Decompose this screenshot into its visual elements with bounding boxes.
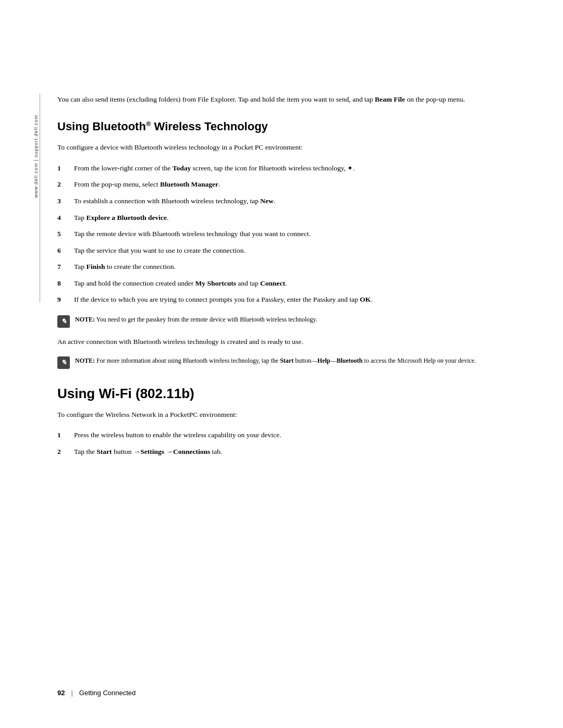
step-content-3: To establish a connection with Bluetooth… <box>74 195 521 207</box>
beam-file-bold: Beam File <box>375 95 405 103</box>
step-content-4: Tap Explore a Bluetooth device. <box>74 212 521 224</box>
wifi-step-1: 1 Press the wireless button to enable th… <box>57 429 521 441</box>
sidebar-text: www.dell.com | support.dell.com <box>32 115 40 271</box>
step-6: 6 Tap the service that you want to use t… <box>57 245 521 256</box>
bluetooth-intro: To configure a device with Bluetooth wir… <box>57 142 521 153</box>
wifi-step-content-1: Press the wireless button to enable the … <box>74 429 521 441</box>
page-footer: 92 | Getting Connected <box>57 689 136 697</box>
note-icon-2: ✎ <box>57 356 70 369</box>
note-icon-1: ✎ <box>57 315 70 328</box>
step-number-9: 9 <box>57 294 74 305</box>
step-content-8: Tap and hold the connection created unde… <box>74 278 521 289</box>
step-content-1: From the lower-right corner of the Today… <box>74 163 521 174</box>
step-9: 9 If the device to which you are trying … <box>57 294 521 305</box>
step-7: 7 Tap Finish to create the connection. <box>57 261 521 273</box>
main-content: You can also send items (excluding folde… <box>57 0 521 508</box>
note-label-2: NOTE: <box>75 357 95 364</box>
step-number-4: 4 <box>57 212 74 224</box>
footer-section-name: Getting Connected <box>79 689 136 697</box>
bluetooth-icon: ✦ <box>347 163 353 174</box>
step-content-7: Tap Finish to create the connection. <box>74 261 521 273</box>
step-5: 5 Tap the remote device with Bluetooth w… <box>57 228 521 240</box>
bluetooth-heading: Using Bluetooth® Wireless Technology <box>57 120 521 133</box>
step-number-8: 8 <box>57 278 74 289</box>
note-label-1: NOTE: <box>75 316 95 323</box>
step-number-7: 7 <box>57 261 74 273</box>
page-container: www.dell.com | support.dell.com You can … <box>0 0 563 728</box>
wifi-step-2: 2 Tap the Start button →Settings →Connec… <box>57 446 521 458</box>
note-box-2: ✎ NOTE: For more information about using… <box>57 356 521 369</box>
page-number: 92 <box>57 689 65 697</box>
wifi-heading: Using Wi-Fi (802.11b) <box>57 386 521 402</box>
step-number-1: 1 <box>57 163 74 174</box>
sidebar-url: www.dell.com | support.dell.com <box>33 115 40 198</box>
note-text-1: NOTE: You need to get the passkey from t… <box>75 315 317 325</box>
footer-separator: | <box>71 689 72 697</box>
wifi-step-number-2: 2 <box>57 446 74 458</box>
step-content-9: If the device to which you are trying to… <box>74 294 521 305</box>
step-content-5: Tap the remote device with Bluetooth wir… <box>74 228 521 240</box>
step-content-2: From the pop-up menu, select Bluetooth M… <box>74 179 521 190</box>
step-number-6: 6 <box>57 245 74 256</box>
step-8: 8 Tap and hold the connection created un… <box>57 278 521 289</box>
step-1: 1 From the lower-right corner of the Tod… <box>57 163 521 174</box>
sidebar-line <box>40 94 40 302</box>
note-text-2: NOTE: For more information about using B… <box>75 356 476 366</box>
active-connection-paragraph: An active connection with Bluetooth wire… <box>57 336 521 348</box>
step-number-5: 5 <box>57 228 74 240</box>
intro-paragraph: You can also send items (excluding folde… <box>57 94 521 105</box>
note-box-1: ✎ NOTE: You need to get the passkey from… <box>57 315 521 328</box>
step-4: 4 Tap Explore a Bluetooth device. <box>57 212 521 224</box>
step-3: 3 To establish a connection with Bluetoo… <box>57 195 521 207</box>
wifi-intro: To configure the Wireless Network in a P… <box>57 409 521 421</box>
bluetooth-steps-list: 1 From the lower-right corner of the Tod… <box>57 163 521 306</box>
wifi-step-content-2: Tap the Start button →Settings →Connecti… <box>74 446 521 458</box>
step-content-6: Tap the service that you want to use to … <box>74 245 521 256</box>
wifi-steps-list: 1 Press the wireless button to enable th… <box>57 429 521 457</box>
wifi-step-number-1: 1 <box>57 429 74 441</box>
step-number-3: 3 <box>57 195 74 207</box>
step-2: 2 From the pop-up menu, select Bluetooth… <box>57 179 521 190</box>
step-number-2: 2 <box>57 179 74 190</box>
